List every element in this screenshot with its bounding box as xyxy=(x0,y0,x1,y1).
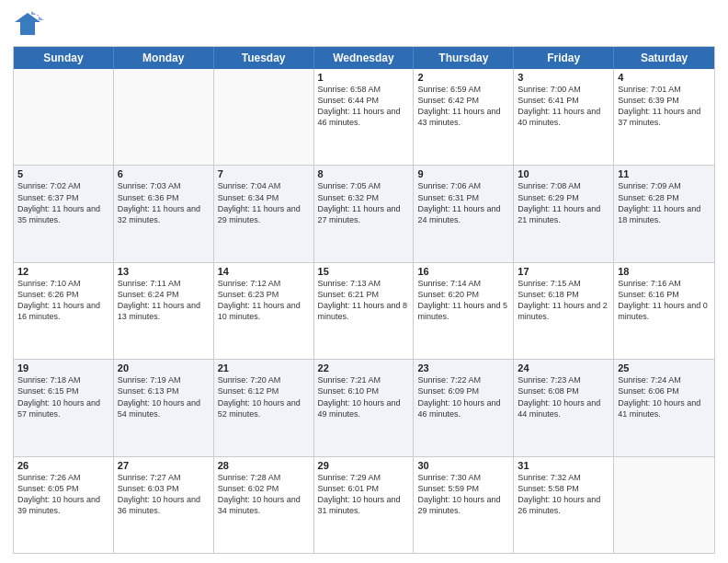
day-number: 30 xyxy=(417,460,509,471)
day-number: 9 xyxy=(417,168,509,179)
day-header-tuesday: Tuesday xyxy=(214,47,314,69)
cal-cell: 10Sunrise: 7:08 AM Sunset: 6:29 PM Dayli… xyxy=(514,166,614,261)
cell-info: Sunrise: 7:24 AM Sunset: 6:06 PM Dayligh… xyxy=(618,374,711,419)
day-header-saturday: Saturday xyxy=(614,47,714,69)
cal-cell: 11Sunrise: 7:09 AM Sunset: 6:28 PM Dayli… xyxy=(614,166,714,261)
cell-info: Sunrise: 7:09 AM Sunset: 6:28 PM Dayligh… xyxy=(618,180,711,225)
cal-cell: 27Sunrise: 7:27 AM Sunset: 6:03 PM Dayli… xyxy=(114,457,214,553)
day-number: 7 xyxy=(218,168,310,179)
day-number: 15 xyxy=(318,266,410,277)
cell-info: Sunrise: 7:20 AM Sunset: 6:12 PM Dayligh… xyxy=(218,374,310,419)
calendar-header: SundayMondayTuesdayWednesdayThursdayFrid… xyxy=(14,47,714,69)
cell-info: Sunrise: 7:23 AM Sunset: 6:08 PM Dayligh… xyxy=(518,374,609,419)
day-header-sunday: Sunday xyxy=(14,47,114,69)
cal-cell: 6Sunrise: 7:03 AM Sunset: 6:36 PM Daylig… xyxy=(114,166,214,261)
day-number: 27 xyxy=(118,460,210,471)
cal-cell: 9Sunrise: 7:06 AM Sunset: 6:31 PM Daylig… xyxy=(414,166,514,261)
cell-info: Sunrise: 7:01 AM Sunset: 6:39 PM Dayligh… xyxy=(618,84,711,129)
cell-info: Sunrise: 7:12 AM Sunset: 6:23 PM Dayligh… xyxy=(218,278,310,323)
cal-cell: 1Sunrise: 6:58 AM Sunset: 6:44 PM Daylig… xyxy=(314,69,415,165)
cal-cell: 17Sunrise: 7:15 AM Sunset: 6:18 PM Dayli… xyxy=(514,263,614,359)
calendar-row-1: 5Sunrise: 7:02 AM Sunset: 6:37 PM Daylig… xyxy=(14,165,714,261)
cal-cell: 13Sunrise: 7:11 AM Sunset: 6:24 PM Dayli… xyxy=(114,263,214,359)
cal-cell: 21Sunrise: 7:20 AM Sunset: 6:12 PM Dayli… xyxy=(214,360,314,455)
day-number: 26 xyxy=(17,460,109,471)
cal-cell: 15Sunrise: 7:13 AM Sunset: 6:21 PM Dayli… xyxy=(314,263,415,359)
page: SundayMondayTuesdayWednesdayThursdayFrid… xyxy=(0,0,728,563)
calendar-body: 1Sunrise: 6:58 AM Sunset: 6:44 PM Daylig… xyxy=(14,69,714,553)
cal-cell: 5Sunrise: 7:02 AM Sunset: 6:37 PM Daylig… xyxy=(14,166,114,261)
cal-cell: 7Sunrise: 7:04 AM Sunset: 6:34 PM Daylig… xyxy=(214,166,314,261)
day-number: 16 xyxy=(417,266,509,277)
cal-cell xyxy=(214,69,314,165)
cell-info: Sunrise: 7:27 AM Sunset: 6:03 PM Dayligh… xyxy=(118,472,210,517)
cell-info: Sunrise: 7:18 AM Sunset: 6:15 PM Dayligh… xyxy=(17,374,109,419)
calendar-row-4: 26Sunrise: 7:26 AM Sunset: 6:05 PM Dayli… xyxy=(14,456,714,553)
cal-cell xyxy=(114,69,214,165)
day-number: 23 xyxy=(417,362,509,373)
day-number: 12 xyxy=(17,266,109,277)
day-number: 25 xyxy=(618,362,711,373)
cell-info: Sunrise: 7:28 AM Sunset: 6:02 PM Dayligh… xyxy=(218,472,310,517)
cell-info: Sunrise: 7:04 AM Sunset: 6:34 PM Dayligh… xyxy=(218,180,310,225)
day-number: 17 xyxy=(518,266,609,277)
logo-icon xyxy=(15,9,44,39)
day-number: 2 xyxy=(417,72,509,83)
cell-info: Sunrise: 7:06 AM Sunset: 6:31 PM Dayligh… xyxy=(417,180,509,225)
day-header-monday: Monday xyxy=(114,47,214,69)
cal-cell: 26Sunrise: 7:26 AM Sunset: 6:05 PM Dayli… xyxy=(14,457,114,553)
calendar-row-2: 12Sunrise: 7:10 AM Sunset: 6:26 PM Dayli… xyxy=(14,262,714,359)
calendar-row-3: 19Sunrise: 7:18 AM Sunset: 6:15 PM Dayli… xyxy=(14,359,714,455)
day-number: 28 xyxy=(218,460,310,471)
day-number: 20 xyxy=(118,362,210,373)
cell-info: Sunrise: 7:21 AM Sunset: 6:10 PM Dayligh… xyxy=(318,374,410,419)
cell-info: Sunrise: 7:08 AM Sunset: 6:29 PM Dayligh… xyxy=(518,180,609,225)
cal-cell: 24Sunrise: 7:23 AM Sunset: 6:08 PM Dayli… xyxy=(514,360,614,455)
cell-info: Sunrise: 7:19 AM Sunset: 6:13 PM Dayligh… xyxy=(118,374,210,419)
day-number: 1 xyxy=(318,72,410,83)
day-number: 11 xyxy=(618,168,711,179)
cal-cell: 12Sunrise: 7:10 AM Sunset: 6:26 PM Dayli… xyxy=(14,263,114,359)
cal-cell xyxy=(614,457,714,553)
day-number: 24 xyxy=(518,362,609,373)
calendar-row-0: 1Sunrise: 6:58 AM Sunset: 6:44 PM Daylig… xyxy=(14,69,714,165)
day-number: 5 xyxy=(17,168,109,179)
cal-cell: 18Sunrise: 7:16 AM Sunset: 6:16 PM Dayli… xyxy=(614,263,714,359)
day-number: 8 xyxy=(318,168,410,179)
cal-cell: 22Sunrise: 7:21 AM Sunset: 6:10 PM Dayli… xyxy=(314,360,415,455)
day-number: 18 xyxy=(618,266,711,277)
cell-info: Sunrise: 7:15 AM Sunset: 6:18 PM Dayligh… xyxy=(518,278,609,323)
calendar: SundayMondayTuesdayWednesdayThursdayFrid… xyxy=(13,46,715,554)
day-number: 3 xyxy=(518,72,609,83)
cell-info: Sunrise: 7:03 AM Sunset: 6:36 PM Dayligh… xyxy=(118,180,210,225)
cell-info: Sunrise: 7:11 AM Sunset: 6:24 PM Dayligh… xyxy=(118,278,210,323)
cell-info: Sunrise: 7:10 AM Sunset: 6:26 PM Dayligh… xyxy=(17,278,109,323)
day-number: 14 xyxy=(218,266,310,277)
cal-cell: 3Sunrise: 7:00 AM Sunset: 6:41 PM Daylig… xyxy=(514,69,614,165)
cal-cell: 16Sunrise: 7:14 AM Sunset: 6:20 PM Dayli… xyxy=(414,263,514,359)
cell-info: Sunrise: 7:30 AM Sunset: 5:59 PM Dayligh… xyxy=(417,472,509,517)
cal-cell: 29Sunrise: 7:29 AM Sunset: 6:01 PM Dayli… xyxy=(314,457,415,553)
day-number: 31 xyxy=(518,460,609,471)
cell-info: Sunrise: 7:14 AM Sunset: 6:20 PM Dayligh… xyxy=(417,278,509,323)
cal-cell: 4Sunrise: 7:01 AM Sunset: 6:39 PM Daylig… xyxy=(614,69,714,165)
cal-cell: 30Sunrise: 7:30 AM Sunset: 5:59 PM Dayli… xyxy=(414,457,514,553)
day-header-friday: Friday xyxy=(514,47,614,69)
cell-info: Sunrise: 7:16 AM Sunset: 6:16 PM Dayligh… xyxy=(618,278,711,323)
cal-cell: 14Sunrise: 7:12 AM Sunset: 6:23 PM Dayli… xyxy=(214,263,314,359)
cell-info: Sunrise: 7:22 AM Sunset: 6:09 PM Dayligh… xyxy=(417,374,509,419)
cal-cell: 23Sunrise: 7:22 AM Sunset: 6:09 PM Dayli… xyxy=(414,360,514,455)
cell-info: Sunrise: 7:29 AM Sunset: 6:01 PM Dayligh… xyxy=(318,472,410,517)
cal-cell: 25Sunrise: 7:24 AM Sunset: 6:06 PM Dayli… xyxy=(614,360,714,455)
cell-info: Sunrise: 7:00 AM Sunset: 6:41 PM Dayligh… xyxy=(518,84,609,129)
cell-info: Sunrise: 7:13 AM Sunset: 6:21 PM Dayligh… xyxy=(318,278,410,323)
cell-info: Sunrise: 7:32 AM Sunset: 5:58 PM Dayligh… xyxy=(518,472,609,517)
svg-marker-0 xyxy=(15,13,40,35)
header xyxy=(13,9,715,39)
logo xyxy=(13,9,44,39)
cal-cell: 2Sunrise: 6:59 AM Sunset: 6:42 PM Daylig… xyxy=(414,69,514,165)
day-header-wednesday: Wednesday xyxy=(314,47,415,69)
day-number: 22 xyxy=(318,362,410,373)
day-number: 19 xyxy=(17,362,109,373)
cal-cell: 28Sunrise: 7:28 AM Sunset: 6:02 PM Dayli… xyxy=(214,457,314,553)
